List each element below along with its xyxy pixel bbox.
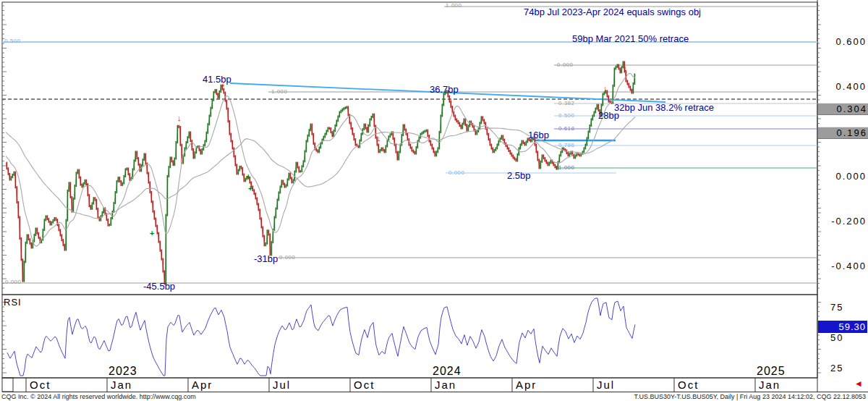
fib-level-label: 1.000: [271, 88, 288, 95]
candle-bar: [383, 147, 384, 151]
candle-bar: [213, 91, 215, 101]
candle-bar: [627, 80, 629, 85]
candle-bar: [614, 67, 616, 87]
candle-bar: [86, 180, 88, 185]
candle-bar: [115, 191, 116, 204]
candle-bar: [391, 131, 393, 135]
candle-bar: [111, 217, 112, 226]
candle-bar: [468, 125, 469, 132]
candle-bar: [354, 133, 355, 140]
candle-bar: [597, 104, 598, 110]
fib-level-label: 0.618: [558, 125, 575, 132]
candle-bar: [263, 226, 264, 237]
candle-bar: [542, 154, 543, 163]
candle-bar: [17, 186, 18, 203]
candle-bar: [173, 160, 174, 166]
swing-annotation: 59bp Mar 2021 50% retrace: [572, 33, 689, 44]
candle-bar: [118, 177, 119, 182]
candle-bar: [513, 155, 514, 159]
candle-bar: [260, 208, 261, 219]
main-panel-border: [2, 2, 817, 295]
candle-bar: [352, 127, 354, 135]
candle-bar: [397, 151, 399, 161]
candle-bar: [520, 143, 522, 149]
candle-bar: [72, 196, 73, 213]
fib-level-label: 0.786: [558, 142, 575, 148]
candle-bar: [569, 153, 571, 156]
candle-bar: [438, 147, 439, 153]
candle-bar: [170, 156, 171, 168]
candle-bar: [192, 140, 193, 151]
candle-bar: [522, 140, 523, 146]
candle-bar: [384, 149, 386, 153]
candle-bar: [348, 106, 349, 116]
candle-bar: [216, 89, 218, 95]
candle-bar: [206, 132, 208, 143]
candle-bar: [387, 140, 388, 148]
candle-bar: [469, 121, 471, 127]
rsi-line: [7, 298, 635, 376]
candle-bar: [345, 106, 346, 109]
candle-bar: [46, 215, 47, 221]
candle-bar: [303, 160, 305, 167]
candle-bar: [439, 131, 441, 149]
candle-bar: [166, 214, 167, 285]
candle-bar: [231, 133, 232, 143]
candle-bar: [390, 133, 391, 138]
candle-bar: [300, 170, 302, 172]
candle-bar: [537, 151, 539, 161]
candle-bar: [427, 130, 429, 137]
candle-bar: [101, 215, 102, 221]
price-axis-label: 0.600: [819, 36, 867, 47]
candle-bar: [116, 180, 118, 193]
scroll-left-arrow-icon[interactable]: ◄: [854, 379, 863, 389]
date-tick-label: Oct: [678, 379, 699, 391]
candle-bar: [594, 111, 595, 117]
candle-bar: [326, 130, 328, 135]
candle-bar: [8, 167, 9, 175]
fib-level-label: 1.000: [446, 2, 462, 9]
candle-bar: [63, 239, 64, 246]
candle-bar: [477, 130, 478, 135]
fib-level-label: 1.000: [558, 164, 575, 171]
candle-bar: [112, 211, 114, 219]
candle-bar: [494, 149, 495, 153]
candle-bar: [414, 151, 416, 155]
candle-bar: [268, 229, 270, 235]
candle-bar: [374, 114, 375, 127]
candle-bar: [490, 138, 491, 145]
price-axis-label: 0.400: [819, 81, 867, 92]
candle-bar: [7, 162, 8, 170]
chart-canvas[interactable]: [0, 0, 868, 401]
candle-bar: [472, 123, 474, 127]
candle-bar: [617, 64, 618, 67]
plus-marker: +: [246, 172, 250, 181]
candle-bar: [548, 161, 549, 166]
candle-bar: [241, 166, 242, 169]
candle-bar: [135, 151, 137, 161]
swing-annotation: 2.5bp: [507, 170, 531, 181]
candle-bar: [280, 185, 281, 193]
candle-bar: [203, 144, 205, 151]
status-symbol-info: T.US.BUS30Y-T.US.BUS05Y, Daily | Fri Aug…: [634, 393, 866, 400]
candle-bar: [129, 173, 131, 181]
candle-bar: [11, 176, 12, 180]
candle-bar: [590, 124, 591, 133]
year-label: 2023: [109, 365, 137, 378]
candle-bar: [98, 208, 99, 219]
candle-bar: [158, 232, 160, 243]
candle-bar: [15, 172, 17, 189]
date-row-left-box: [2, 378, 13, 392]
candle-bar: [144, 153, 145, 161]
price-axis-label-highlighted: 0.304: [818, 103, 868, 115]
candle-bar: [501, 135, 503, 140]
down-arrow-marker: ↓: [366, 121, 370, 130]
rsi-axis-label: 50: [830, 332, 843, 343]
fib-level-label: 0.000: [5, 279, 22, 285]
down-arrow-marker: ↓: [603, 84, 608, 93]
candle-bar: [176, 141, 177, 159]
candle-bar: [21, 237, 22, 261]
candle-bar: [312, 124, 313, 135]
candle-bar: [50, 221, 51, 226]
candle-bar: [76, 172, 77, 187]
